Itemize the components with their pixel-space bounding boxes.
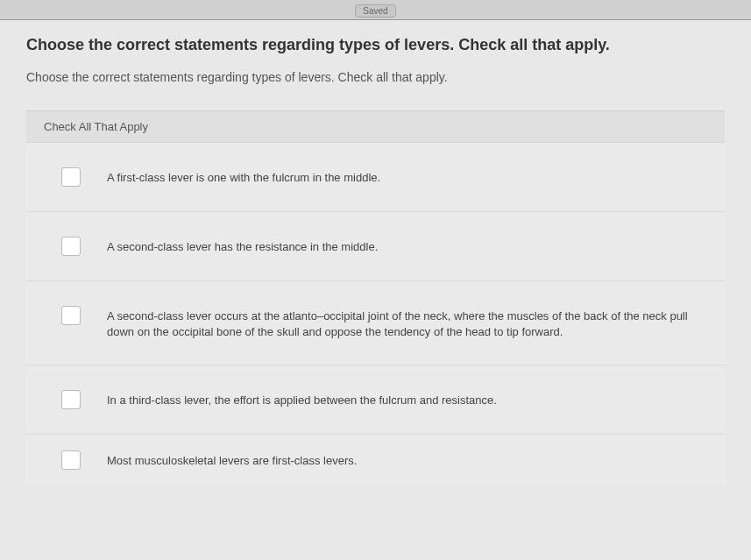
option-checkbox-1[interactable] [61, 167, 81, 187]
option-text: In a third-class lever, the effort is ap… [107, 390, 497, 408]
question-subheading: Choose the correct statements regarding … [26, 70, 725, 84]
option-text: A second-class lever has the resistance … [107, 237, 378, 255]
saved-badge: Saved [355, 4, 395, 18]
question-content: Choose the correct statements regarding … [0, 20, 751, 486]
option-checkbox-4[interactable] [61, 390, 81, 409]
top-bar: Saved [0, 0, 751, 20]
option-checkbox-3[interactable] [61, 306, 81, 325]
option-checkbox-5[interactable] [61, 450, 81, 470]
options-container: A first-class lever is one with the fulc… [26, 142, 725, 486]
option-text: A second-class lever occurs at the atlan… [107, 306, 690, 340]
option-row: Most musculoskeletal levers are first-cl… [26, 435, 725, 486]
option-checkbox-2[interactable] [61, 237, 81, 256]
option-row: A second-class lever occurs at the atlan… [26, 281, 725, 365]
check-all-label: Check All That Apply [26, 110, 725, 142]
question-heading: Choose the correct statements regarding … [26, 36, 725, 54]
option-row: A second-class lever has the resistance … [26, 212, 725, 281]
option-row: In a third-class lever, the effort is ap… [26, 365, 725, 435]
option-text: A first-class lever is one with the fulc… [107, 167, 380, 186]
option-row: A first-class lever is one with the fulc… [26, 143, 725, 212]
option-text: Most musculoskeletal levers are first-cl… [107, 450, 357, 469]
